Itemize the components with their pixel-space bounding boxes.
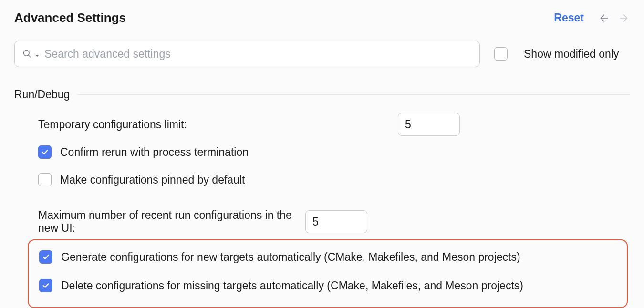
gen-new-targets-row[interactable]: Generate configurations for new targets … — [39, 247, 620, 267]
search-input[interactable] — [44, 48, 472, 61]
pin-default-label: Make configurations pinned by default — [60, 174, 245, 186]
section-header: Run/Debug — [14, 88, 630, 101]
pin-default-row[interactable]: Make configurations pinned by default — [38, 170, 630, 190]
page-title: Advanced Settings — [14, 10, 126, 25]
nav-arrows — [598, 13, 630, 23]
search-box[interactable] — [14, 41, 480, 67]
show-modified-only-checkbox[interactable] — [494, 47, 508, 61]
max-recent-input[interactable] — [305, 210, 367, 233]
section-divider — [77, 94, 630, 95]
section-title: Run/Debug — [14, 88, 70, 101]
temp-config-limit-label: Temporary configurations limit: — [38, 118, 398, 131]
run-debug-section: Run/Debug Temporary configurations limit… — [0, 72, 644, 308]
gen-new-targets-checkbox[interactable] — [39, 250, 52, 264]
temp-config-limit-row: Temporary configurations limit: — [38, 114, 630, 134]
del-missing-targets-row[interactable]: Delete configurations for missing target… — [39, 276, 620, 296]
pin-default-checkbox[interactable] — [38, 173, 52, 186]
confirm-rerun-checkbox[interactable] — [38, 145, 52, 159]
temp-config-limit-input[interactable] — [398, 113, 460, 136]
del-missing-targets-label: Delete configurations for missing target… — [61, 279, 523, 292]
header: Advanced Settings Reset — [0, 0, 644, 32]
search-row: Show modified only — [0, 32, 644, 72]
settings-list: Temporary configurations limit: Confirm … — [14, 114, 630, 308]
search-dropdown-caret-icon[interactable] — [35, 51, 40, 56]
svg-point-0 — [24, 51, 30, 56]
show-modified-only-option[interactable]: Show modified only — [494, 47, 619, 61]
confirm-rerun-row[interactable]: Confirm rerun with process termination — [38, 142, 630, 162]
header-right: Reset — [554, 11, 630, 24]
confirm-rerun-label: Confirm rerun with process termination — [60, 146, 249, 159]
forward-arrow-icon[interactable] — [619, 13, 630, 23]
back-arrow-icon[interactable] — [598, 13, 609, 23]
max-recent-row: Maximum number of recent run configurati… — [38, 212, 630, 232]
highlighted-settings: Generate configurations for new targets … — [28, 239, 628, 308]
max-recent-label: Maximum number of recent run configurati… — [38, 209, 305, 235]
search-icon — [22, 49, 32, 59]
reset-button[interactable]: Reset — [554, 11, 584, 24]
show-modified-only-label: Show modified only — [524, 48, 619, 61]
gen-new-targets-label: Generate configurations for new targets … — [61, 251, 520, 264]
del-missing-targets-checkbox[interactable] — [39, 279, 52, 292]
